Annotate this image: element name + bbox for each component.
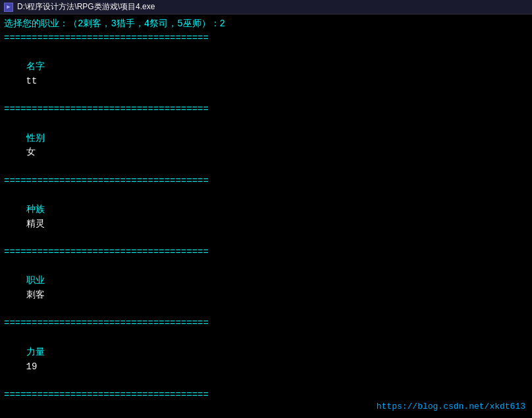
divider-4: ===================================== <box>4 317 528 331</box>
row-job: 职业 刺客 <box>4 260 528 317</box>
console-area: 选择您的职业：（2刺客，3猎手，4祭司，5巫师）：2 =============… <box>0 14 532 418</box>
value-gender: 女 <box>26 145 36 160</box>
value-name: tt <box>26 74 38 89</box>
divider-0: ===================================== <box>4 32 528 46</box>
prompt-line: 选择您的职业：（2刺客，3猎手，4祭司，5巫师）：2 <box>4 17 528 32</box>
row-strength: 力量 19 <box>4 331 528 388</box>
title-bar: ▶ D:\程序设计方法\RPG类游戏\项目4.exe <box>0 0 532 14</box>
value-race: 精灵 <box>26 217 45 232</box>
divider-3: ===================================== <box>4 246 528 260</box>
label-strength: 力量 <box>26 346 72 360</box>
value-strength: 19 <box>26 360 38 375</box>
label-name: 名字 <box>26 60 72 74</box>
title-bar-text: D:\程序设计方法\RPG类游戏\项目4.exe <box>17 1 155 13</box>
row-race: 种族 精灵 <box>4 188 528 246</box>
label-race: 种族 <box>26 203 72 217</box>
label-gender: 性别 <box>26 132 72 146</box>
divider-5: ===================================== <box>4 388 528 403</box>
row-gender: 性别 女 <box>4 117 528 174</box>
divider-2: ===================================== <box>4 174 528 189</box>
value-job: 刺客 <box>26 288 45 303</box>
url-link: https://blog.csdn.net/xkdt613 <box>377 402 525 411</box>
label-job: 职业 <box>26 274 72 288</box>
row-name: 名字 tt <box>4 45 528 103</box>
divider-1: ===================================== <box>4 103 528 117</box>
app-icon: ▶ <box>4 3 13 12</box>
